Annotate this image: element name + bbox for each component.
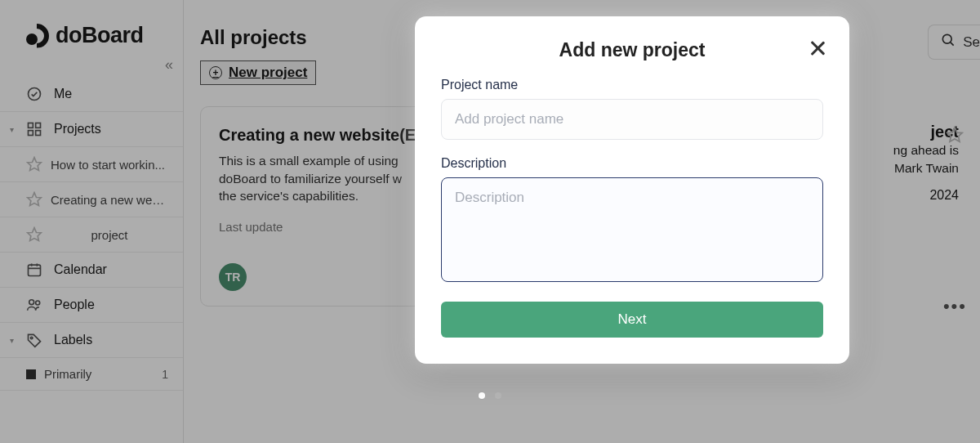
- next-button[interactable]: Next: [441, 302, 823, 338]
- pager-dot[interactable]: [479, 392, 485, 399]
- project-name-label: Project name: [441, 78, 823, 92]
- pager[interactable]: [479, 392, 501, 399]
- close-icon[interactable]: [807, 38, 828, 59]
- description-input[interactable]: [441, 177, 823, 282]
- pager-dot[interactable]: [495, 392, 501, 399]
- add-project-modal: Add new project Project name Description…: [415, 16, 849, 364]
- project-name-input[interactable]: [441, 99, 823, 140]
- description-label: Description: [441, 156, 823, 171]
- modal-title: Add new project: [441, 39, 823, 61]
